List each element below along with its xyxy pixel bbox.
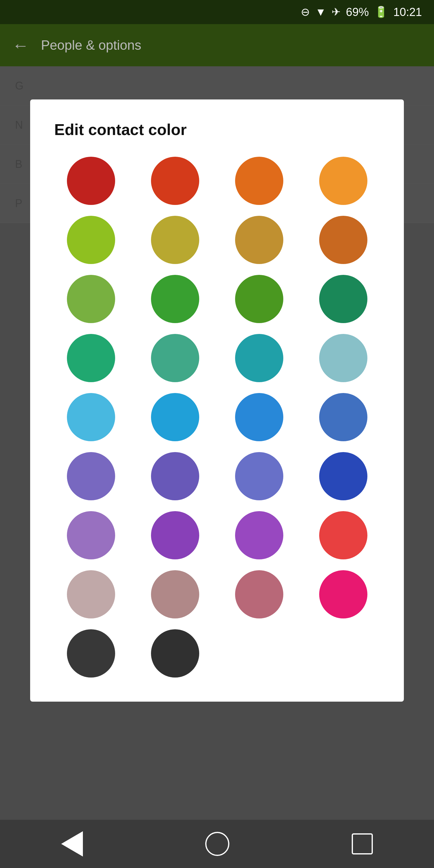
color-option-22[interactable] <box>235 452 283 500</box>
back-nav-button[interactable] <box>61 831 83 857</box>
bottom-navigation <box>0 820 434 868</box>
color-option-13[interactable] <box>151 334 199 382</box>
color-option-28[interactable] <box>67 570 115 618</box>
color-option-17[interactable] <box>151 393 199 441</box>
color-option-29[interactable] <box>151 570 199 618</box>
edit-color-dialog: Edit contact color <box>30 99 404 702</box>
color-option-8[interactable] <box>67 275 115 323</box>
do-not-disturb-icon: ⊖ <box>301 6 310 19</box>
color-option-5[interactable] <box>151 216 199 264</box>
recents-nav-button[interactable] <box>352 833 373 855</box>
color-option-33[interactable] <box>151 629 199 678</box>
back-button[interactable]: ← <box>12 36 29 55</box>
color-option-6[interactable] <box>235 216 283 264</box>
color-option-14[interactable] <box>235 334 283 382</box>
color-option-15[interactable] <box>319 334 367 382</box>
back-nav-icon <box>61 831 83 857</box>
airplane-mode-icon: ✈ <box>332 6 341 19</box>
color-grid <box>54 157 380 678</box>
color-option-16[interactable] <box>67 393 115 441</box>
clock: 10:21 <box>393 6 422 19</box>
wifi-icon: ▼ <box>315 6 326 19</box>
color-option-11[interactable] <box>319 275 367 323</box>
color-option-30[interactable] <box>235 570 283 618</box>
color-option-26[interactable] <box>235 511 283 559</box>
battery-icon: 🔋 <box>374 6 388 19</box>
page-title: People & options <box>41 38 141 53</box>
color-option-32[interactable] <box>67 629 115 678</box>
color-option-3[interactable] <box>319 157 367 205</box>
color-option-0[interactable] <box>67 157 115 205</box>
color-option-20[interactable] <box>67 452 115 500</box>
color-option-23[interactable] <box>319 452 367 500</box>
color-option-19[interactable] <box>319 393 367 441</box>
color-option-18[interactable] <box>235 393 283 441</box>
color-option-10[interactable] <box>235 275 283 323</box>
color-option-27[interactable] <box>319 511 367 559</box>
battery-percent: 69% <box>346 6 369 19</box>
color-option-12[interactable] <box>67 334 115 382</box>
dialog-title: Edit contact color <box>54 121 380 138</box>
app-bar: ← People & options <box>0 24 434 66</box>
color-option-24[interactable] <box>67 511 115 559</box>
color-option-21[interactable] <box>151 452 199 500</box>
color-option-7[interactable] <box>319 216 367 264</box>
color-option-9[interactable] <box>151 275 199 323</box>
status-icons: ⊖ ▼ ✈ 69% 🔋 10:21 <box>301 6 422 19</box>
color-option-31[interactable] <box>319 570 367 618</box>
color-option-25[interactable] <box>151 511 199 559</box>
color-option-1[interactable] <box>151 157 199 205</box>
color-option-4[interactable] <box>67 216 115 264</box>
status-bar: ⊖ ▼ ✈ 69% 🔋 10:21 <box>0 0 434 24</box>
home-nav-button[interactable] <box>205 832 229 856</box>
recents-nav-icon <box>352 833 373 855</box>
color-option-2[interactable] <box>235 157 283 205</box>
home-nav-icon <box>205 832 229 856</box>
